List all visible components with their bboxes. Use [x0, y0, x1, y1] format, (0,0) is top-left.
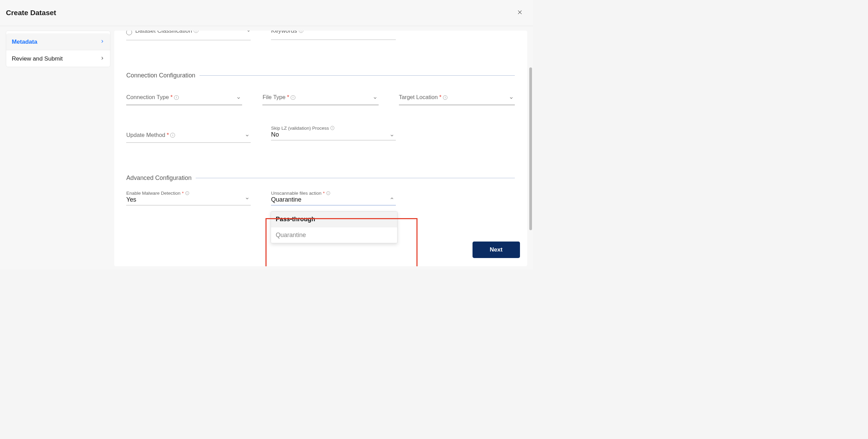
next-button[interactable]: Next [473, 242, 520, 258]
dialog-header: Create Dataset [0, 0, 533, 26]
field-value: Yes [126, 196, 251, 203]
chevron-down-icon [245, 196, 250, 202]
chevron-down-icon [236, 96, 241, 101]
info-icon[interactable]: i [291, 95, 295, 100]
option-label: Quarantine [276, 232, 306, 238]
info-icon[interactable]: i [170, 133, 175, 138]
chevron-down-icon [390, 133, 394, 139]
section-title: Advanced Configuration [126, 174, 192, 182]
sidebar-item-review[interactable]: Review and Submit [6, 50, 110, 67]
field-target-location[interactable]: Target Location * i [399, 94, 515, 105]
required-mark: * [323, 191, 325, 196]
field-label: Update Method [126, 132, 165, 139]
sidebar-nav: Metadata Review and Submit [6, 31, 110, 266]
field-value: No [271, 131, 395, 138]
sidebar-item-metadata[interactable]: Metadata [6, 33, 110, 50]
option-label: Pass-through [276, 216, 315, 223]
field-label: Keywords [271, 31, 297, 34]
field-unscannable[interactable]: Unscannable files action * i Quarantine [271, 191, 395, 205]
field-file-type[interactable]: File Type * i [262, 94, 378, 105]
chevron-down-icon [373, 96, 378, 101]
required-mark: * [170, 94, 172, 101]
dropdown-option-quarantine[interactable]: Quarantine [271, 227, 397, 243]
info-icon[interactable]: i [299, 31, 304, 33]
required-mark: * [167, 132, 169, 139]
close-icon[interactable] [516, 8, 524, 18]
field-label: File Type [262, 94, 285, 101]
field-label: Target Location [399, 94, 438, 101]
info-icon[interactable]: i [330, 126, 334, 130]
required-mark: * [182, 191, 184, 196]
field-label: Connection Type [126, 94, 169, 101]
info-icon[interactable]: i [194, 31, 198, 33]
info-icon[interactable]: i [443, 95, 448, 100]
field-label: Skip LZ (validation) Process [271, 126, 329, 131]
info-icon[interactable]: i [326, 191, 330, 195]
radio-icon[interactable] [126, 31, 132, 35]
button-label: Next [490, 246, 502, 253]
field-value: Quarantine [271, 196, 395, 203]
chevron-right-icon [100, 55, 104, 62]
form-panel: Dataset Classification i Keywords i [114, 31, 527, 266]
required-mark: * [439, 94, 441, 101]
field-label: Unscannable files action [271, 191, 321, 196]
section-advanced: Advanced Configuration Enable Malware De… [121, 174, 520, 205]
field-malware[interactable]: Enable Malware Detection * i Yes [126, 191, 251, 205]
field-label: Enable Malware Detection [126, 191, 181, 196]
sidebar-item-label: Metadata [12, 38, 37, 45]
chevron-up-icon [390, 196, 394, 202]
section-connection: Connection Configuration Connection Type… [121, 72, 520, 143]
required-mark: * [287, 94, 289, 101]
field-skip-lz[interactable]: Skip LZ (validation) Process i No [271, 126, 395, 143]
info-icon[interactable]: i [174, 95, 179, 100]
dropdown-menu: Pass-through Quarantine [271, 211, 397, 243]
field-connection-type[interactable]: Connection Type * i [126, 94, 242, 105]
dialog-title: Create Dataset [6, 9, 56, 17]
section-title: Connection Configuration [126, 72, 195, 79]
chevron-down-icon [509, 96, 514, 101]
chevron-right-icon [100, 39, 104, 45]
scrollbar-thumb[interactable] [529, 67, 532, 230]
field-label: Dataset Classification [135, 31, 192, 34]
info-icon[interactable]: i [185, 191, 189, 195]
dropdown-option-passthrough[interactable]: Pass-through [271, 212, 397, 227]
sidebar-item-label: Review and Submit [12, 55, 63, 62]
cutoff-row: Dataset Classification i Keywords i [121, 31, 520, 40]
field-update-method[interactable]: Update Method * i [126, 126, 251, 143]
chevron-down-icon [245, 133, 250, 139]
